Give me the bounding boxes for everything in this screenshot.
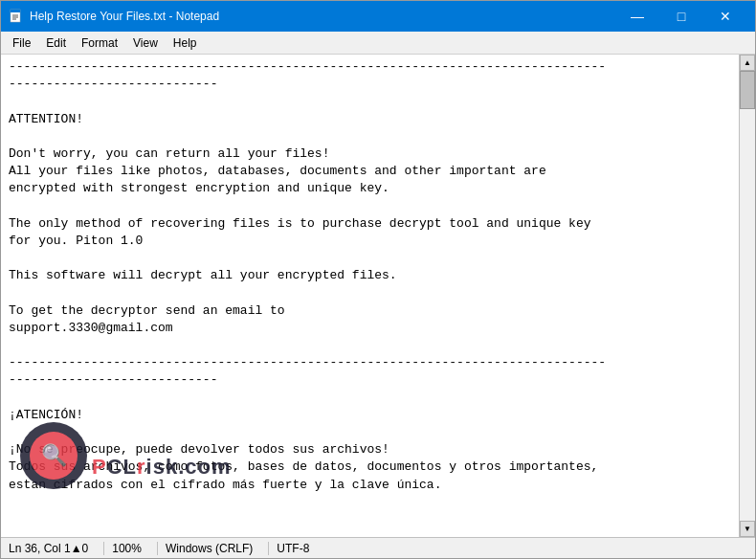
menu-format[interactable]: Format bbox=[74, 34, 125, 52]
window-title: Help Restore Your Files.txt - Notepad bbox=[30, 10, 615, 23]
window-controls: — □ ✕ bbox=[615, 1, 747, 32]
notepad-window: Help Restore Your Files.txt - Notepad — … bbox=[0, 0, 756, 559]
minimize-button[interactable]: — bbox=[615, 1, 659, 32]
menubar: File Edit Format View Help bbox=[1, 32, 755, 55]
scroll-down-button[interactable]: ▼ bbox=[740, 521, 755, 537]
svg-rect-1 bbox=[11, 10, 20, 12]
app-icon bbox=[9, 9, 24, 24]
menu-file[interactable]: File bbox=[5, 34, 38, 52]
maximize-button[interactable]: □ bbox=[659, 1, 703, 32]
vertical-scrollbar[interactable]: ▲ ▼ bbox=[739, 55, 755, 537]
content-wrapper: ----------------------------------------… bbox=[1, 55, 755, 537]
scrollbar-thumb-area bbox=[740, 71, 755, 521]
text-content[interactable]: ----------------------------------------… bbox=[1, 55, 739, 537]
titlebar: Help Restore Your Files.txt - Notepad — … bbox=[1, 1, 755, 32]
statusbar: Ln 36, Col 1▲0 100% Windows (CRLF) UTF-8 bbox=[1, 537, 755, 558]
menu-help[interactable]: Help bbox=[166, 34, 205, 52]
scroll-up-button[interactable]: ▲ bbox=[740, 55, 755, 71]
menu-edit[interactable]: Edit bbox=[38, 34, 74, 52]
encoding: UTF-8 bbox=[273, 542, 324, 555]
cursor-position: Ln 36, Col 1▲0 bbox=[5, 542, 104, 555]
zoom-level: 100% bbox=[108, 542, 158, 555]
menu-view[interactable]: View bbox=[125, 34, 166, 52]
line-ending: Windows (CRLF) bbox=[162, 542, 269, 555]
scrollbar-thumb[interactable] bbox=[740, 71, 755, 109]
close-button[interactable]: ✕ bbox=[703, 1, 747, 32]
